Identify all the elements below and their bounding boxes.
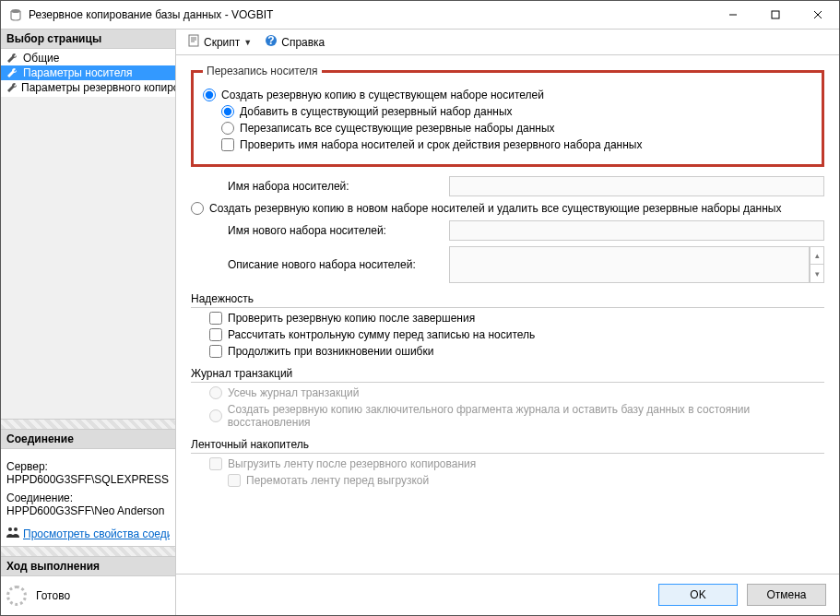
svg-point-0 — [11, 9, 20, 13]
wrench-icon — [6, 82, 18, 93]
dialog-footer: OK Отмена — [176, 574, 839, 615]
checkbox-checksum[interactable] — [209, 328, 222, 341]
page-select-header: Выбор страницы — [1, 30, 175, 49]
view-connection-properties-link[interactable]: Просмотреть свойства соединения — [6, 527, 170, 540]
ok-button[interactable]: OK — [658, 584, 738, 606]
svg-text:?: ? — [268, 34, 275, 47]
sidebar: Выбор страницы Общие Параметры носителя … — [1, 30, 176, 615]
content-area: Перезапись носителя Создать резервную ко… — [176, 55, 839, 574]
sidebar-item-media-options[interactable]: Параметры носителя — [1, 65, 175, 80]
toolbar: Скрипт ▼ ? Справка — [176, 30, 839, 55]
checkbox-verify-media-name[interactable] — [221, 138, 234, 151]
script-button[interactable]: Скрипт ▼ — [183, 32, 255, 52]
sidebar-item-label: Параметры резервного копирования — [21, 81, 175, 94]
script-icon — [187, 34, 200, 50]
reliability-legend: Надежность — [191, 292, 824, 308]
connection-value: HPPD600G3SFF\Neo Anderson — [6, 504, 170, 517]
dialog-window: Резервное копирование базы данных - VOGB… — [0, 0, 840, 616]
sidebar-item-backup-options[interactable]: Параметры резервного копирования — [1, 80, 175, 95]
radio-new-media-set[interactable] — [191, 202, 204, 215]
tape-legend: Ленточный накопитель — [191, 438, 824, 454]
checkbox-unload-tape — [209, 457, 222, 470]
chevron-up-icon[interactable]: ▴ — [810, 247, 823, 265]
svg-rect-2 — [772, 11, 779, 18]
media-overwrite-group: Перезапись носителя Создать резервную ко… — [191, 65, 824, 167]
wrench-icon — [6, 67, 19, 78]
chevron-down-icon: ▼ — [243, 38, 252, 47]
media-set-name-label: Имя набора носителей: — [228, 180, 440, 193]
help-button[interactable]: ? Справка — [261, 32, 328, 52]
window-title: Резервное копирование базы данных - VOGB… — [29, 8, 712, 21]
sidebar-item-label: Параметры носителя — [23, 66, 132, 79]
spinner-buttons: ▴▾ — [810, 246, 824, 283]
txlog-legend: Журнал транзакций — [191, 367, 824, 383]
database-icon — [8, 7, 23, 22]
splitter[interactable] — [1, 419, 175, 430]
media-set-name-input — [449, 176, 824, 196]
radio-existing-media-set[interactable] — [203, 89, 216, 101]
svg-point-6 — [14, 527, 18, 531]
server-label: Сервер: — [6, 460, 170, 473]
new-media-name-label: Имя нового набора носителей: — [228, 224, 440, 237]
minimize-button[interactable] — [712, 1, 754, 29]
svg-point-5 — [8, 527, 12, 531]
people-icon — [6, 527, 19, 540]
progress-spinner-icon — [6, 586, 27, 606]
close-button[interactable] — [797, 1, 839, 29]
radio-tail-log — [209, 409, 222, 422]
wrench-icon — [6, 53, 19, 64]
checkbox-verify-backup[interactable] — [209, 312, 222, 325]
maximize-button[interactable] — [754, 1, 797, 29]
checkbox-rewind-tape — [228, 474, 241, 487]
chevron-down-icon[interactable]: ▾ — [810, 265, 823, 282]
progress-header: Ход выполнения — [1, 557, 175, 576]
titlebar: Резервное копирование базы данных - VOGB… — [1, 1, 839, 29]
connection-label: Соединение: — [6, 492, 170, 504]
new-media-name-input — [449, 220, 824, 241]
checkbox-continue-on-error[interactable] — [209, 345, 222, 358]
connection-header: Соединение — [1, 430, 175, 449]
splitter[interactable] — [1, 546, 175, 557]
new-media-desc-input — [449, 246, 810, 283]
radio-append-existing[interactable] — [221, 105, 234, 118]
radio-overwrite-existing[interactable] — [221, 122, 234, 135]
cancel-button[interactable]: Отмена — [747, 584, 826, 606]
sidebar-item-label: Общие — [23, 52, 59, 65]
media-overwrite-legend: Перезапись носителя — [203, 65, 322, 77]
radio-truncate-log — [209, 386, 222, 399]
help-icon: ? — [265, 34, 278, 50]
server-value: HPPD600G3SFF\SQLEXPRESS — [6, 473, 170, 486]
sidebar-item-general[interactable]: Общие — [1, 51, 175, 65]
new-media-desc-label: Описание нового набора носителей: — [228, 258, 440, 271]
svg-rect-7 — [189, 35, 198, 46]
progress-status: Готово — [36, 589, 70, 602]
